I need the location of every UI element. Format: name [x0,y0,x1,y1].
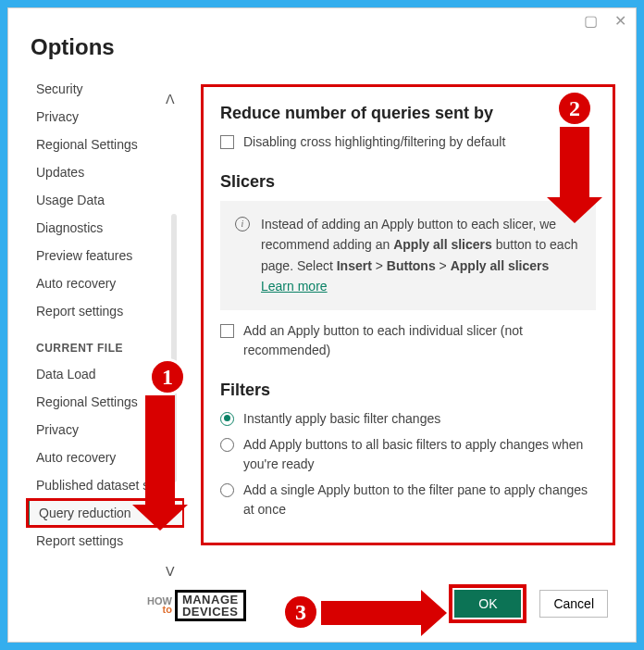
slicers-info-box: i Instead of adding an Apply button to e… [220,201,596,310]
annotation-badge-3: 3 [282,594,319,631]
section-reduce-title: Reduce number of queries sent by [220,104,596,123]
checkbox-disable-cross-highlight[interactable]: Disabling cross highlighting/filtering b… [220,132,596,152]
watermark-howto: HOWto [147,597,172,615]
ok-button[interactable]: OK [454,590,521,618]
sidebar-item-security[interactable]: Security [27,75,184,103]
radio-label: Add a single Apply button to the filter … [243,481,596,519]
radio-label: Add Apply buttons to all basic filters t… [243,435,596,474]
options-dialog: ▢ ✕ Options ᐱ SecurityPrivacyRegional Se… [7,7,637,643]
learn-more-link[interactable]: Learn more [261,279,328,294]
checkbox-icon [220,324,234,338]
annotation-arrow-3 [321,601,423,625]
sidebar-item-regional-settings[interactable]: Regional Settings [27,131,184,158]
sidebar-item-preview-features[interactable]: Preview features [27,242,184,269]
chevron-up-icon[interactable]: ᐱ [166,92,175,106]
maximize-icon[interactable]: ▢ [584,13,598,29]
annotation-arrow-1 [145,395,175,506]
checkbox-icon [220,135,234,149]
section-filters-title: Filters [220,381,596,400]
info-text: Instead of adding an Apply button to eac… [261,214,581,297]
watermark: HOWto MANAGEDEVICES [147,590,246,621]
radio-icon [220,483,234,497]
dialog-footer: OK Cancel [449,584,608,623]
section-slicers-title: Slicers [220,172,596,192]
sidebar-item-usage-data[interactable]: Usage Data [27,186,184,214]
ok-highlight: OK [449,584,526,623]
radio-single-apply[interactable]: Add a single Apply button to the filter … [220,481,596,519]
checkbox-label: Disabling cross highlighting/filtering b… [243,132,505,152]
checkbox-label: Add an Apply button to each individual s… [243,321,596,360]
annotation-badge-2: 2 [556,90,593,127]
radio-apply-all-basic[interactable]: Add Apply buttons to all basic filters t… [220,435,596,474]
annotation-arrow-2 [560,127,589,199]
sidebar-header-current-file: CURRENT FILE [27,325,184,360]
watermark-box: MANAGEDEVICES [175,590,246,621]
close-icon[interactable]: ✕ [614,13,626,29]
chevron-down-icon[interactable]: ᐯ [166,564,175,579]
radio-instant-apply[interactable]: Instantly apply basic filter changes [220,409,596,429]
info-icon: i [235,217,250,231]
cancel-button[interactable]: Cancel [539,590,608,618]
radio-icon [220,438,234,452]
sidebar-item-diagnostics[interactable]: Diagnostics [27,214,184,242]
sidebar-item-report-settings[interactable]: Report settings [27,297,184,325]
radio-icon [220,412,234,426]
window-controls: ▢ ✕ [571,12,626,30]
panel-highlight: Reduce number of queries sent by Disabli… [201,84,615,545]
annotation-badge-1: 1 [149,358,186,395]
sidebar-item-report-settings[interactable]: Report settings [27,527,184,555]
sidebar-item-auto-recovery[interactable]: Auto recovery [27,269,184,297]
dialog-title: Options [8,8,636,75]
sidebar-item-privacy[interactable]: Privacy [27,103,184,131]
radio-label: Instantly apply basic filter changes [243,409,440,429]
checkbox-apply-each-slicer[interactable]: Add an Apply button to each individual s… [220,321,596,360]
sidebar-item-updates[interactable]: Updates [27,158,184,186]
